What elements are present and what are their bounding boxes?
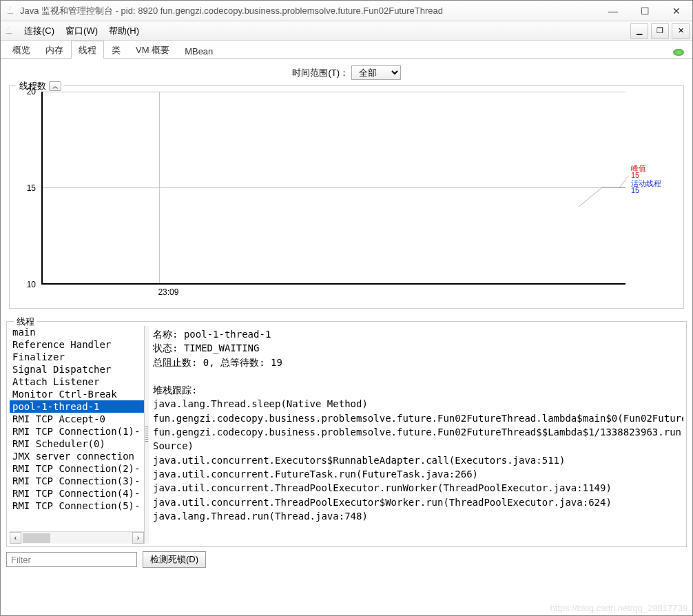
menu-connect[interactable]: 连接(C) bbox=[19, 22, 60, 40]
thread-count-chart-panel: 线程数 ︽ 20 15 10 23:09 峰值 15 活 bbox=[9, 85, 684, 309]
detail-name-value: pool-1-thread-1 bbox=[184, 329, 271, 340]
java-icon bbox=[3, 25, 14, 37]
filter-input[interactable] bbox=[6, 552, 137, 567]
thread-list-item[interactable]: Attach Listener bbox=[10, 376, 144, 388]
thread-list-item[interactable]: RMI TCP Connection(4)- bbox=[10, 487, 144, 500]
scroll-right-icon[interactable]: › bbox=[132, 532, 144, 544]
window-titlebar: Java 监视和管理控制台 - pid: 8920 fun.gengzi.cod… bbox=[1, 1, 692, 21]
detect-deadlock-button[interactable]: 检测死锁(D) bbox=[143, 551, 206, 568]
thread-list-item[interactable]: JMX server connection bbox=[10, 450, 144, 462]
detail-state-label: 状态: bbox=[153, 342, 178, 353]
plot-area bbox=[41, 92, 625, 285]
thread-detail-pane: 名称: pool-1-thread-1 状态: TIMED_WAITING 总阻… bbox=[149, 326, 683, 544]
thread-list-item[interactable]: RMI TCP Connection(5)- bbox=[10, 500, 144, 512]
java-icon bbox=[5, 6, 16, 17]
menubar: 连接(C) 窗口(W) 帮助(H) ▁ ❐ ✕ bbox=[1, 21, 692, 41]
detail-blocked-line: 总阻止数: 0, 总等待数: 19 bbox=[153, 356, 679, 369]
tab-vm-summary[interactable]: VM 概要 bbox=[128, 41, 177, 59]
thread-list-item[interactable]: Reference Handler bbox=[10, 338, 144, 351]
detail-state-value: TIMED_WAITING bbox=[184, 342, 260, 353]
threads-panel: 线程 mainReference HandlerFinalizerSignal … bbox=[6, 321, 687, 547]
tab-mbean[interactable]: MBean bbox=[177, 43, 220, 59]
tab-overview[interactable]: 概览 bbox=[5, 41, 38, 59]
stack-frame: fun.gengzi.codecopy.business.problemsolv… bbox=[153, 411, 679, 425]
time-range-label: 时间范围(T)： bbox=[292, 68, 349, 78]
thread-list-item[interactable]: RMI TCP Accept-0 bbox=[10, 413, 144, 425]
thread-list-item[interactable]: RMI Scheduler(0) bbox=[10, 438, 144, 450]
mdi-restore-button[interactable]: ❐ bbox=[651, 23, 669, 39]
y-tick: 10 bbox=[27, 280, 36, 289]
stack-frame: java.util.concurrent.FutureTask.run(Futu… bbox=[153, 467, 679, 481]
stack-frame: java.lang.Thread.run(Thread.java:748) bbox=[153, 509, 679, 523]
y-tick: 15 bbox=[27, 183, 36, 193]
connection-status-icon bbox=[673, 48, 688, 58]
menu-help[interactable]: 帮助(H) bbox=[103, 22, 145, 40]
stack-frame: fun.gengzi.codecopy.business.problemsolv… bbox=[153, 425, 679, 453]
threads-panel-title: 线程 bbox=[14, 316, 37, 328]
stack-frame: java.util.concurrent.ThreadPoolExecutor.… bbox=[153, 481, 679, 495]
thread-list[interactable]: mainReference HandlerFinalizerSignal Dis… bbox=[10, 326, 144, 531]
time-range-row: 时间范围(T)： 全部 bbox=[6, 63, 687, 85]
thread-list-hscrollbar[interactable]: ‹ › bbox=[10, 531, 144, 544]
close-button[interactable]: ✕ bbox=[661, 1, 692, 21]
tab-threads[interactable]: 线程 bbox=[71, 41, 104, 59]
scroll-left-icon[interactable]: ‹ bbox=[10, 532, 21, 544]
thread-list-item[interactable]: pool-1-thread-1 bbox=[10, 400, 144, 413]
menu-window[interactable]: 窗口(W) bbox=[60, 22, 103, 40]
detail-name-label: 名称: bbox=[153, 329, 178, 340]
window-controls: — ☐ ✕ bbox=[597, 1, 692, 21]
time-range-select[interactable]: 全部 bbox=[351, 65, 401, 80]
tab-memory[interactable]: 内存 bbox=[38, 41, 71, 59]
stack-trace-title: 堆栈跟踪: bbox=[153, 383, 679, 397]
watermark: https://blog.csdn.net/qq_28817739 bbox=[550, 603, 688, 613]
stack-frame: java.util.concurrent.Executors$RunnableA… bbox=[153, 453, 679, 467]
legend-peak-value: 15 bbox=[631, 171, 639, 179]
minimize-button[interactable]: — bbox=[597, 1, 629, 21]
thread-list-item[interactable]: RMI TCP Connection(1)- bbox=[10, 425, 144, 438]
legend-live-value: 15 bbox=[631, 186, 639, 194]
thread-list-item[interactable]: Monitor Ctrl-Break bbox=[10, 388, 144, 400]
collapse-chart-button[interactable]: ︽ bbox=[49, 81, 61, 91]
window-title: Java 监视和管理控制台 - pid: 8920 fun.gengzi.cod… bbox=[20, 5, 597, 17]
tab-classes[interactable]: 类 bbox=[104, 41, 128, 59]
thread-count-chart: 20 15 10 23:09 峰值 15 活动线程 15 bbox=[41, 92, 676, 305]
scroll-thumb[interactable] bbox=[23, 533, 50, 543]
mdi-close-button[interactable]: ✕ bbox=[672, 23, 690, 39]
thread-list-item[interactable]: Signal Dispatcher bbox=[10, 363, 144, 376]
thread-list-item[interactable]: RMI TCP Connection(3)- bbox=[10, 475, 144, 487]
tabbar: 概览 内存 线程 类 VM 概要 MBean bbox=[1, 41, 692, 59]
stack-frame: java.util.concurrent.ThreadPoolExecutor$… bbox=[153, 495, 679, 509]
stack-frame: java.lang.Thread.sleep(Native Method) bbox=[153, 397, 679, 411]
maximize-button[interactable]: ☐ bbox=[629, 1, 661, 21]
thread-list-item[interactable]: Finalizer bbox=[10, 351, 144, 363]
thread-list-item[interactable]: RMI TCP Connection(2)- bbox=[10, 462, 144, 475]
y-tick: 20 bbox=[27, 87, 36, 96]
mdi-minimize-button[interactable]: ▁ bbox=[630, 23, 648, 39]
x-tick: 23:09 bbox=[158, 287, 178, 297]
